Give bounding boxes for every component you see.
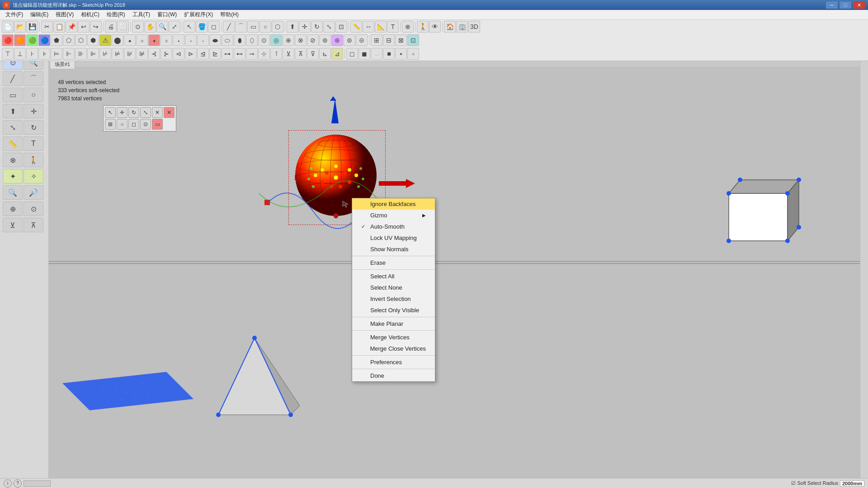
menu-view[interactable]: 视图(V): [52, 10, 77, 19]
tb-zoom[interactable]: 🔍: [156, 21, 168, 33]
tb-building[interactable]: 🏢: [456, 21, 468, 33]
tb-r12[interactable]: ⬦: [136, 34, 148, 46]
tb-r5[interactable]: ⬟: [51, 34, 62, 46]
minimize-button[interactable]: ─: [826, 1, 838, 9]
tb-s23[interactable]: ⊺: [270, 48, 282, 60]
tb-cut[interactable]: ✂: [41, 21, 53, 33]
ctx-preferences[interactable]: Preferences: [352, 357, 435, 368]
tb-orbit[interactable]: ⊙: [132, 21, 144, 33]
ft-r1[interactable]: ⊞: [105, 119, 116, 130]
tb-r34[interactable]: ⊡: [407, 34, 419, 46]
ft-r4[interactable]: ⊙: [140, 119, 151, 130]
tb-s9[interactable]: ⊬: [99, 48, 111, 60]
circle-tool[interactable]: ○: [24, 88, 43, 102]
tb-s12[interactable]: ⊯: [136, 48, 148, 60]
menu-camera[interactable]: 相机(C): [77, 10, 103, 19]
tb-r19[interactable]: ⬭: [222, 34, 233, 46]
tb-s24[interactable]: ⊻: [283, 48, 294, 60]
tb-r16[interactable]: ⬪: [185, 34, 197, 46]
tb-rotate[interactable]: ↻: [311, 21, 323, 33]
extra4-tool[interactable]: ⊙: [24, 202, 43, 216]
ft-close[interactable]: ✕: [164, 107, 175, 118]
checkbox-icon[interactable]: ☑: [791, 480, 796, 486]
tb-s33[interactable]: ▪: [395, 48, 407, 60]
tb-s1[interactable]: ⊤: [2, 48, 14, 60]
ctx-select-none[interactable]: Select None: [352, 282, 435, 293]
tb-r15[interactable]: ⬩: [173, 34, 184, 46]
ft-rotate[interactable]: ↻: [128, 107, 139, 118]
extra3-tool[interactable]: ⊕: [3, 202, 23, 216]
tb-arc[interactable]: ⌒: [235, 21, 247, 33]
tb-r23[interactable]: ◎: [270, 34, 282, 46]
tb-r24[interactable]: ⊕: [283, 34, 294, 46]
tb-r21[interactable]: ⬯: [246, 34, 258, 46]
line-tool[interactable]: ╱: [3, 71, 23, 86]
tb-r26[interactable]: ⊘: [307, 34, 319, 46]
tb-polygon[interactable]: ⬡: [272, 21, 283, 33]
tb-select[interactable]: ↖: [184, 21, 195, 33]
menu-draw[interactable]: 绘图(R): [103, 10, 129, 19]
tb-s34[interactable]: ▫: [407, 48, 419, 60]
tb-s4[interactable]: ⊧: [38, 48, 50, 60]
ctx-auto-smooth[interactable]: ✓ Auto-Smooth: [352, 221, 435, 232]
tb-r6[interactable]: ⬠: [63, 34, 75, 46]
tb-r22[interactable]: ⊙: [258, 34, 270, 46]
tb-model[interactable]: ⬜: [117, 21, 129, 33]
scenario-tab[interactable]: 场景#1: [50, 60, 75, 69]
status-help-icon[interactable]: ?: [14, 479, 22, 488]
tb-r3[interactable]: 🟢: [26, 34, 38, 46]
tb-r8[interactable]: ⬢: [87, 34, 99, 46]
tb-s2[interactable]: ⊥: [14, 48, 26, 60]
status-info-icon[interactable]: i: [4, 479, 12, 488]
tb-r10[interactable]: ⬤: [112, 34, 123, 46]
tb-dim[interactable]: ↔: [363, 21, 374, 33]
tb-r17[interactable]: ⬫: [197, 34, 209, 46]
tb-s10[interactable]: ⊭: [112, 48, 123, 60]
ctx-gizmo[interactable]: Gizmo ▶: [352, 210, 435, 221]
ctx-invert-selection[interactable]: Invert Selection: [352, 293, 435, 305]
tb-protractor[interactable]: 📐: [375, 21, 387, 33]
tb-r2[interactable]: 🟠: [14, 34, 26, 46]
tb-r11[interactable]: ⬥: [124, 34, 136, 46]
menu-window[interactable]: 窗口(W): [154, 10, 180, 19]
menu-extensions[interactable]: 扩展程序(X): [180, 10, 217, 19]
text-tool[interactable]: T: [24, 136, 43, 151]
tb-s3[interactable]: ⊦: [26, 48, 38, 60]
tb-print[interactable]: 🖨: [105, 21, 117, 33]
tb-line[interactable]: ╱: [223, 21, 235, 33]
tb-tape[interactable]: 📏: [350, 21, 362, 33]
tb-r32[interactable]: ⊟: [383, 34, 395, 46]
ft-r2[interactable]: ○: [117, 119, 127, 130]
ctx-ignore-backfaces[interactable]: Ignore Backfaces: [352, 198, 435, 210]
tb-s31[interactable]: ◽: [371, 48, 382, 60]
tb-paint[interactable]: 🪣: [196, 21, 208, 33]
vertex2-tool[interactable]: ✧: [24, 169, 43, 183]
tb-r14[interactable]: ⬨: [160, 34, 172, 46]
tb-r13[interactable]: ⬧: [148, 34, 160, 46]
tb-offset[interactable]: ⊡: [335, 21, 347, 33]
menu-help[interactable]: 帮助(H): [217, 10, 242, 19]
ft-erase[interactable]: ✕: [152, 107, 163, 118]
ctx-show-normals[interactable]: Show Normals: [352, 244, 435, 255]
tb-walkthrough[interactable]: 🚶: [417, 21, 429, 33]
tb-s20[interactable]: ⊷: [234, 48, 245, 60]
tb-redo[interactable]: ↪: [90, 21, 102, 33]
tb-house[interactable]: 🏠: [444, 21, 456, 33]
tb-s32[interactable]: ◾: [383, 48, 395, 60]
tb-s15[interactable]: ⊲: [173, 48, 184, 60]
section-tool[interactable]: ⊗: [3, 153, 23, 167]
vertex-tool[interactable]: ✦: [3, 169, 23, 183]
tb-r20[interactable]: ⬮: [234, 34, 245, 46]
rect-tool[interactable]: ▭: [3, 88, 23, 102]
extra5-tool[interactable]: ⊻: [3, 218, 23, 232]
rotate-tool[interactable]: ↻: [24, 120, 43, 135]
tb-s30[interactable]: ◼: [359, 48, 370, 60]
tb-r25[interactable]: ⊗: [295, 34, 307, 46]
tb-s26[interactable]: ⊽: [307, 48, 319, 60]
tb-s25[interactable]: ⊼: [295, 48, 307, 60]
ctx-select-only-visible[interactable]: Select Only Visible: [352, 305, 435, 316]
walk-tool[interactable]: 🚶: [24, 153, 43, 167]
push-tool[interactable]: ⬆: [3, 104, 23, 118]
tb-r28[interactable]: ⊛: [331, 34, 343, 46]
arc-tool[interactable]: ⌒: [24, 71, 43, 86]
